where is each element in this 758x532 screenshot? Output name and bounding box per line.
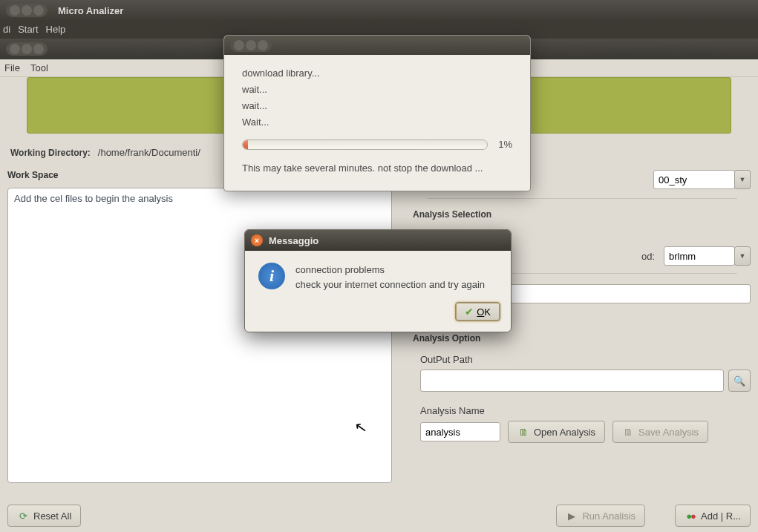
- progress-line-1: download library...: [242, 65, 512, 82]
- working-directory-label: Working Directory:: [10, 148, 91, 158]
- info-icon: i: [258, 263, 285, 289]
- play-icon: ▶: [566, 510, 578, 522]
- progress-line-4: Wait...: [242, 114, 512, 131]
- analysis-option-title: Analysis Option: [413, 333, 751, 344]
- progress-line-2: wait...: [242, 82, 512, 98]
- progress-percent: 1%: [498, 137, 512, 153]
- method-select[interactable]: ▼: [664, 246, 751, 266]
- working-directory-value: /home/frank/Documenti/: [98, 147, 200, 158]
- progress-titlebar[interactable]: [224, 36, 530, 55]
- check-icon: ✔: [465, 306, 474, 318]
- progress-line-3: wait...: [242, 98, 512, 114]
- command-input[interactable]: [490, 284, 751, 303]
- message-title: Messaggio: [269, 235, 318, 246]
- method-label: od:: [587, 251, 655, 262]
- menu-tool[interactable]: Tool: [30, 62, 48, 73]
- method-select-value[interactable]: [664, 246, 735, 266]
- menu-file[interactable]: File: [4, 62, 20, 73]
- parent-window-controls[interactable]: [6, 4, 48, 17]
- progress-bar-fill: [243, 140, 248, 149]
- message-line-2: check your internet connection and try a…: [295, 278, 485, 292]
- ok-label: OK: [477, 306, 491, 318]
- search-icon: 🔍: [734, 375, 745, 387]
- message-dialog: × Messaggio i connection problems check …: [244, 229, 512, 332]
- reset-all-button[interactable]: ⟳ Reset All: [7, 505, 81, 527]
- message-titlebar[interactable]: × Messaggio: [245, 230, 511, 251]
- maximize-icon[interactable]: [33, 5, 44, 16]
- add-remove-icon: ●●: [685, 510, 696, 522]
- run-analysis-label: Run Analisis: [582, 510, 636, 522]
- workspace-placeholder: Add the cel files to begin the analysis: [14, 193, 173, 204]
- add-remove-label: Add | R...: [701, 510, 741, 522]
- app-window-controls[interactable]: [6, 42, 48, 56]
- close-icon[interactable]: [10, 44, 20, 54]
- document-save-icon: 🗎: [622, 426, 634, 438]
- output-path-label: OutPut Path: [420, 354, 751, 365]
- progress-bar: [242, 139, 488, 150]
- chip-select-value[interactable]: [653, 170, 735, 189]
- refresh-icon: ⟳: [17, 510, 29, 522]
- analysis-name-input[interactable]: [420, 422, 500, 441]
- parent-menu-start[interactable]: Start: [18, 24, 38, 35]
- minimize-icon[interactable]: [22, 5, 32, 16]
- chip-select[interactable]: ▼: [653, 170, 751, 189]
- parent-window-title: Micro Analizer: [58, 5, 123, 16]
- open-analysis-button[interactable]: 🗎 Open Analysis: [508, 421, 605, 443]
- divider: [428, 198, 737, 199]
- close-icon[interactable]: ×: [251, 234, 263, 246]
- message-line-1: connection problems: [295, 263, 485, 278]
- parent-window-titlebar: Micro Analizer: [0, 0, 758, 21]
- browse-output-button[interactable]: 🔍: [728, 370, 751, 392]
- minimize-icon[interactable]: [22, 44, 32, 54]
- close-icon[interactable]: [10, 5, 20, 16]
- progress-window-controls[interactable]: [230, 39, 272, 52]
- save-analysis-label: Save Analysis: [638, 427, 699, 438]
- parent-menu-help[interactable]: Help: [46, 24, 66, 35]
- analysis-name-label: Analysis Name: [420, 405, 751, 416]
- document-open-icon: 🗎: [517, 426, 529, 438]
- analysis-selection-title: Analysis Selection: [413, 209, 751, 220]
- open-analysis-label: Open Analysis: [534, 427, 595, 438]
- maximize-icon[interactable]: [33, 44, 44, 54]
- add-remove-button[interactable]: ●● Add | R...: [675, 505, 751, 527]
- save-analysis-button[interactable]: 🗎 Save Analysis: [612, 421, 708, 443]
- ok-button[interactable]: ✔ OK: [455, 302, 500, 321]
- parent-menu-prefix: di: [3, 24, 10, 35]
- maximize-icon[interactable]: [258, 40, 268, 50]
- close-icon[interactable]: [234, 40, 244, 50]
- chevron-down-icon[interactable]: ▼: [734, 170, 751, 189]
- run-analysis-button[interactable]: ▶ Run Analisis: [556, 505, 645, 527]
- output-path-input[interactable]: [420, 370, 724, 392]
- chevron-down-icon[interactable]: ▼: [734, 246, 751, 266]
- minimize-icon[interactable]: [246, 40, 256, 50]
- reset-all-label: Reset All: [33, 510, 71, 522]
- progress-dialog: download library... wait... wait... Wait…: [223, 35, 531, 191]
- progress-note: This may take several minutes. not stop …: [242, 160, 512, 177]
